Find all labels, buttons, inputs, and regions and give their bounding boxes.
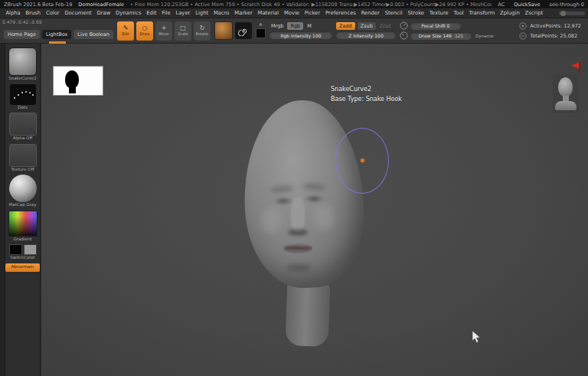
menu-item-stencil[interactable]: Stencil <box>382 10 405 16</box>
rgb-button[interactable]: Rgb <box>287 22 303 31</box>
scale-icon: □ <box>180 25 186 31</box>
document-preview-thumbnail[interactable] <box>54 67 103 95</box>
focal-shift-slider[interactable]: Focal Shift 0 <box>410 22 461 30</box>
menu-item-file[interactable]: File <box>159 10 173 16</box>
edit-icon: ✎ <box>123 25 129 31</box>
move-mode-button[interactable]: + Move <box>155 21 172 41</box>
memory-stats: • Free Mem 120.253GB • Active Mem 759 • … <box>130 2 492 8</box>
menu-item-edit[interactable]: Edit <box>144 10 159 16</box>
rotate-mode-button[interactable]: ↻ Rotate <box>194 21 211 41</box>
brush-thumbnail[interactable] <box>8 47 37 76</box>
slider-knob-icon[interactable] <box>560 11 566 16</box>
quicksave-button[interactable]: QuickSave <box>514 2 540 8</box>
m-button[interactable]: M <box>305 22 313 31</box>
menu-item-macro[interactable]: Macro <box>211 10 232 16</box>
mouse-cursor-icon <box>472 330 481 344</box>
draw-size-dynamic-value: 121 <box>455 33 463 38</box>
document-name: DemoHeadFemale <box>78 2 124 8</box>
switchcolor-label: SwitchColor <box>10 256 35 260</box>
top-shelf-toolbar: 0.479..0.42..0.69 Home Page LightBox Liv… <box>0 18 588 44</box>
menu-item-marker[interactable]: Marker <box>232 10 255 16</box>
sculpt-canvas[interactable]: SnakeCurve2 Base Type: Snake Hook <box>41 44 588 376</box>
see-through-slider[interactable] <box>559 11 585 15</box>
zcut-button[interactable]: Zcut <box>378 22 393 31</box>
rgb-intensity-slider[interactable]: Rgb Intensity 100 <box>270 31 332 39</box>
texture-thumbnail[interactable] <box>9 144 37 167</box>
active-color-swatch[interactable] <box>256 28 266 38</box>
secondary-color-swatch[interactable] <box>24 244 37 255</box>
menu-item-movie[interactable]: Movie <box>282 10 302 16</box>
model-nose-shadow <box>288 229 308 236</box>
stroke-thumbnail[interactable] <box>10 84 36 105</box>
draw-mode-button[interactable]: ○ Draw <box>136 21 153 41</box>
sidebar-stroke: Dots <box>10 84 36 110</box>
menu-item-texture[interactable]: Texture <box>426 10 451 16</box>
dots-arc-icon <box>14 97 16 100</box>
title-bar: ZBrush 2021.6 Beta Feb-19 DemoHeadFemale… <box>0 0 588 8</box>
menu-item-picker[interactable]: Picker <box>302 10 322 16</box>
sculpt-mode-group: Zadd Zsub Zcut Z Intensity 100 <box>336 22 396 40</box>
menu-item-dynamics[interactable]: Dynamics <box>113 10 144 16</box>
current-brush-thumbnail[interactable] <box>214 21 233 40</box>
menu-item-alpha[interactable]: Alpha <box>3 10 23 16</box>
menu-item-zscript[interactable]: Zscript <box>522 10 545 16</box>
menu-item-document[interactable]: Document <box>62 10 94 16</box>
draw-size-dial-icon[interactable] <box>400 31 408 40</box>
left-dock-strip[interactable] <box>0 44 5 376</box>
model-cheek-left <box>261 208 281 234</box>
material-sphere-thumbnail[interactable] <box>9 175 37 202</box>
plugin-button[interactable]: Abnormain <box>5 263 40 272</box>
edit-mode-button[interactable]: ✎ Edit <box>117 21 134 41</box>
zadd-button[interactable]: Zadd <box>336 22 355 31</box>
draw-size-value: Draw Size 149 <box>419 33 452 38</box>
move-icon: + <box>162 25 167 31</box>
draw-icon: ○ <box>142 25 147 31</box>
total-points-icon <box>519 32 527 40</box>
total-points-readout: TotalPoints: 25,082 <box>530 33 577 39</box>
menu-item-brush[interactable]: Brush <box>23 10 43 16</box>
stroke-label: Dots <box>18 106 28 110</box>
spiral-stroke-icon <box>238 25 249 36</box>
menu-item-material[interactable]: Material <box>255 10 281 16</box>
menu-item-stroke[interactable]: Stroke <box>405 10 426 16</box>
brush-size-group: Focal Shift 0 Draw Size 149 121 Dynamic <box>400 21 494 40</box>
stroke-type-button[interactable] <box>235 22 252 39</box>
model-neck <box>285 278 330 347</box>
model-chin-shadow <box>286 264 311 271</box>
alpha-thumbnail[interactable] <box>9 113 37 136</box>
z-intensity-slider[interactable]: Z Intensity 100 <box>336 31 396 39</box>
home-page-button[interactable]: Home Page <box>4 30 40 40</box>
polymesh-preview[interactable] <box>553 74 579 113</box>
zsub-button[interactable]: Zsub <box>358 22 376 31</box>
texture-label: Texture Off <box>11 168 34 172</box>
scale-mode-button[interactable]: □ Scale <box>175 21 191 41</box>
menu-item-render[interactable]: Render <box>358 10 382 16</box>
draw-mode-label: Draw <box>139 32 149 36</box>
lightbox-button[interactable]: LightBox <box>42 30 71 40</box>
menu-item-color[interactable]: Color <box>44 10 63 16</box>
dynamic-mode-label[interactable]: Dynamic <box>475 34 494 38</box>
ac-indicator: AC <box>498 2 505 8</box>
point-count-readouts: ActivePoints: 12,972 TotalPoints: 25,082 <box>519 22 584 40</box>
menu-item-layer[interactable]: Layer <box>173 10 193 16</box>
color-swatch-label: A <box>260 23 263 28</box>
mrgb-button[interactable]: Mrgb <box>270 22 285 31</box>
model-eye-right <box>304 195 324 203</box>
live-boolean-button[interactable]: Live Boolean <box>74 30 113 40</box>
see-through-label: see-through 0 <box>550 2 584 8</box>
red-flag-icon[interactable] <box>569 61 582 73</box>
menu-item-draw[interactable]: Draw <box>94 10 113 16</box>
menu-item-light[interactable]: Light <box>193 10 211 16</box>
paint-mode-group: Mrgb Rgb M Rgb Intensity 100 <box>270 22 332 40</box>
menu-item-transform[interactable]: Transform <box>466 10 498 16</box>
model-eye-left <box>273 197 293 205</box>
left-tool-sidebar: SnakeCurve2 Dots Alpha Off Texture Off M… <box>5 44 41 376</box>
focal-shift-dial-icon[interactable] <box>400 21 408 30</box>
main-color-swatch[interactable] <box>9 244 22 255</box>
menu-item-zplugin[interactable]: Zplugin <box>498 10 522 16</box>
draw-size-slider[interactable]: Draw Size 149 121 <box>410 32 472 40</box>
menu-item-preferences[interactable]: Preferences <box>322 10 358 16</box>
menu-item-tool[interactable]: Tool <box>451 10 466 16</box>
sidebar-material: MatCap Gray <box>9 175 37 208</box>
color-gradient-picker[interactable] <box>8 211 38 237</box>
